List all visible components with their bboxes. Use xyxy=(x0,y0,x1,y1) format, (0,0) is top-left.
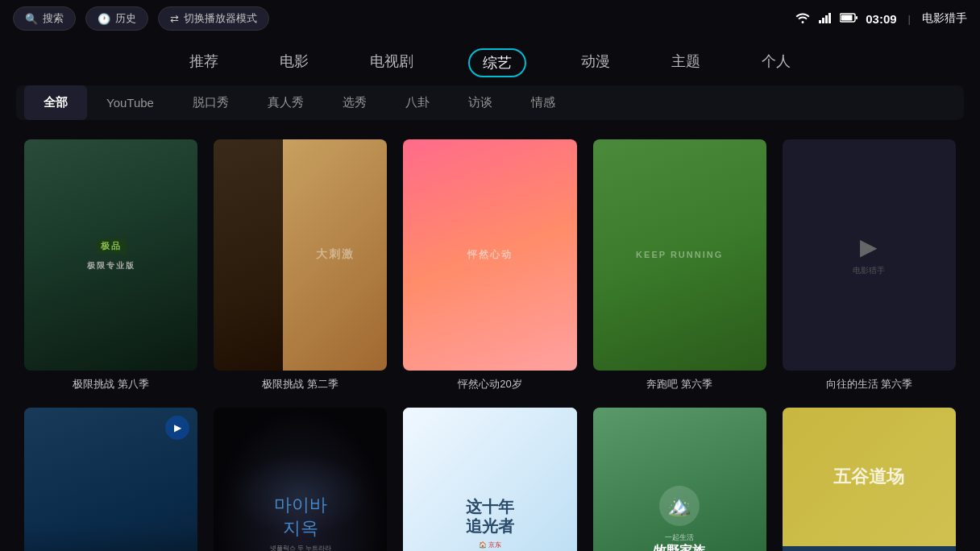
switch-mode-label: 切换播放器模式 xyxy=(184,11,257,26)
card-thumb-7: 마이바지옥 넷플릭스 두 누트라라 揭发N号 xyxy=(214,408,387,551)
card-thumb-6: 密室大逃脱 每周四中午12:00超前聚会每周四中午12:00起7月14日起 ▶ xyxy=(24,408,197,551)
card-thumb-1: 极品 极限专业版 xyxy=(24,139,197,371)
card-benpao[interactable]: KEEP RUNNING 奔跑吧 第六季 xyxy=(593,139,766,392)
top-bar: 🔍 搜索 🕐 历史 ⇄ 切换播放器模式 xyxy=(0,0,980,37)
placeholder-logo: ▶ xyxy=(860,234,878,260)
card-jixian2[interactable]: 大刺激 极限挑战 第二季 xyxy=(214,139,387,392)
card-mishi[interactable]: 密室大逃脱 每周四中午12:00超前聚会每周四中午12:00起7月14日起 ▶ … xyxy=(24,408,197,551)
tab-geren[interactable]: 个人 xyxy=(755,48,797,77)
svg-rect-6 xyxy=(856,16,858,19)
card-muye[interactable]: 🏔️ 一起生活 牧野家族 牧野家族 xyxy=(593,408,766,551)
tab-dianying[interactable]: 电影 xyxy=(273,48,315,77)
card-thumb-2: 大刺激 xyxy=(214,139,387,371)
content-grid: 极品 极限专业版 极限挑战 第八季 大刺激 极限挑战 第二季 怦然心动 xyxy=(0,120,980,551)
card-thumb-4: KEEP RUNNING xyxy=(593,139,766,371)
card-xiangwang[interactable]: ▶ 电影猎手 向往的生活 第六季 xyxy=(783,139,956,392)
clock: 03:09 xyxy=(866,12,896,26)
svg-rect-3 xyxy=(828,13,831,23)
tab-tuijian[interactable]: 推荐 xyxy=(183,48,225,77)
card-thumb-10: 五谷道场 赞家冠名 五谷道场 特别鸣谢 蒲典 xyxy=(783,408,956,551)
wifi-icon xyxy=(795,12,811,26)
card-title-3: 怦然心动20岁 xyxy=(403,377,576,392)
card-title-2: 极限挑战 第二季 xyxy=(214,377,387,392)
card-kuaile[interactable]: 五谷道场 赞家冠名 五谷道场 特别鸣谢 蒲典 快乐再出发 xyxy=(783,408,956,551)
switch-mode-button[interactable]: ⇄ 切换播放器模式 xyxy=(158,6,269,31)
subtab-zhenrenxiu[interactable]: 真人秀 xyxy=(248,85,323,120)
signal-icon xyxy=(819,12,832,26)
card-jixian8[interactable]: 极品 极限专业版 极限挑战 第八季 xyxy=(24,139,197,392)
subtab-youtube[interactable]: YouTube xyxy=(87,86,173,119)
tab-zhuti[interactable]: 主题 xyxy=(665,48,707,77)
card-thumb-8: 这十年追光者 🏠 京东 xyxy=(403,408,576,551)
history-label: 历史 xyxy=(115,11,136,26)
history-icon: 🕐 xyxy=(98,13,110,25)
subtab-tuokouxiu[interactable]: 脱口秀 xyxy=(173,85,248,120)
tab-zongyi[interactable]: 综艺 xyxy=(468,48,526,77)
subtab-fangtan[interactable]: 访谈 xyxy=(449,85,512,120)
sub-tabs: 全部 YouTube 脱口秀 真人秀 选秀 八卦 访谈 情感 xyxy=(16,85,964,120)
history-button[interactable]: 🕐 历史 xyxy=(85,6,148,31)
search-label: 搜索 xyxy=(43,11,64,26)
card-title-4: 奔跑吧 第六季 xyxy=(593,377,766,392)
subtab-xuanxiu[interactable]: 选秀 xyxy=(323,85,386,120)
svg-rect-0 xyxy=(819,20,821,23)
search-icon: 🔍 xyxy=(25,13,38,25)
nav-tabs: 推荐 电影 电视剧 综艺 动漫 主题 个人 xyxy=(0,37,980,85)
subtab-qinggan[interactable]: 情感 xyxy=(512,85,575,120)
card-zheshinian[interactable]: 这十年追光者 🏠 京东 这十年 追光者 xyxy=(403,408,576,551)
svg-rect-5 xyxy=(841,15,853,21)
svg-rect-1 xyxy=(822,18,824,23)
subtab-bagu[interactable]: 八卦 xyxy=(386,85,449,120)
svg-rect-2 xyxy=(825,15,828,23)
status-bar: 03:09 | 电影猎手 xyxy=(795,11,967,26)
card-wangluo[interactable]: 마이바지옥 넷플릭스 두 누트라라 揭发N号 网络炼狱：揭发N号... xyxy=(214,408,387,551)
card-thumb-9: 🏔️ 一起生活 牧野家族 xyxy=(593,408,766,551)
app-name: 电影猎手 xyxy=(922,11,967,26)
search-button[interactable]: 🔍 搜索 xyxy=(13,6,76,31)
tab-dianshiju[interactable]: 电视剧 xyxy=(363,48,420,77)
app-container: 🔍 搜索 🕐 历史 ⇄ 切换播放器模式 xyxy=(0,0,980,551)
card-thumb-5: ▶ 电影猎手 xyxy=(783,139,956,371)
card-title-5: 向往的生活 第六季 xyxy=(783,377,956,392)
card-thumb-3: 怦然心动 xyxy=(403,139,576,371)
switch-icon: ⇄ xyxy=(170,13,179,25)
subtab-all[interactable]: 全部 xyxy=(24,85,87,120)
battery-icon xyxy=(840,12,858,25)
card-title-1: 极限挑战 第八季 xyxy=(24,377,197,392)
tab-dongman[interactable]: 动漫 xyxy=(575,48,617,77)
card-pengran[interactable]: 怦然心动 怦然心动20岁 xyxy=(403,139,576,392)
placeholder-text: 电影猎手 xyxy=(853,265,885,276)
